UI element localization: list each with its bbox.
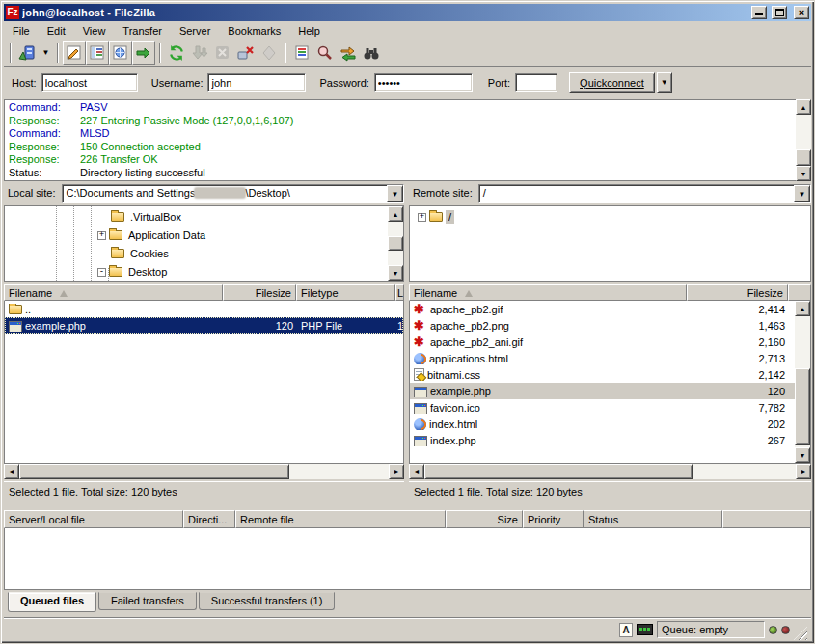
data-type-indicator-icon: A	[619, 623, 633, 637]
scroll-thumb[interactable]	[796, 149, 811, 166]
toggle-transfer-queue-button[interactable]	[132, 41, 155, 65]
queue-tabs: Queued files Failed transfers Successful…	[4, 592, 811, 614]
tree-expander-icon[interactable]: +	[418, 213, 426, 222]
menu-view[interactable]: View	[74, 23, 115, 39]
scroll-thumb[interactable]	[19, 464, 289, 479]
window-title: john@localhost - FileZilla	[22, 7, 748, 18]
scroll-up-button[interactable]: ▲	[388, 206, 403, 222]
column-header-last-modified[interactable]: L	[395, 284, 404, 301]
quickconnect-dropdown-button[interactable]: ▼	[657, 72, 672, 93]
magnifier-icon	[316, 44, 334, 62]
menu-transfer[interactable]: Transfer	[114, 23, 171, 39]
remote-list-hscrollbar[interactable]: ◄ ►	[409, 464, 811, 479]
tree-expander-icon[interactable]: +	[97, 231, 106, 240]
tab-successful-transfers[interactable]: Successful transfers (1)	[199, 592, 336, 610]
scroll-right-button[interactable]: ►	[389, 464, 404, 479]
resize-grip[interactable]	[794, 627, 807, 640]
tab-queued-files[interactable]: Queued files	[8, 592, 96, 612]
local-tree-scrollbar[interactable]: ▲ ▼	[388, 206, 403, 281]
remote-selection-status: Selected 1 file. Total size: 120 bytes	[409, 481, 811, 502]
column-header-direction[interactable]: Directi...	[183, 510, 235, 528]
close-button[interactable]: ×	[794, 6, 809, 19]
tree-item-root[interactable]: + /	[418, 208, 454, 226]
scroll-up-button[interactable]: ▲	[796, 99, 811, 115]
file-row[interactable]: index.php 267	[410, 432, 810, 448]
scroll-right-button[interactable]: ►	[796, 464, 811, 479]
file-row[interactable]: apache_pb2.png 1,463	[410, 317, 810, 334]
tree-item-virtualbox[interactable]: .VirtualBox	[97, 208, 184, 226]
tree-item-cookies[interactable]: Cookies	[97, 245, 172, 262]
file-row-parent[interactable]: ..	[5, 301, 403, 317]
directory-listing-filter-button[interactable]	[290, 41, 313, 65]
column-header-filename[interactable]: Filename	[4, 284, 223, 301]
scroll-down-button[interactable]: ▼	[796, 166, 811, 181]
remote-site-dropdown-button[interactable]: ▼	[794, 185, 810, 202]
toggle-remote-tree-button[interactable]	[109, 41, 132, 65]
find-files-button[interactable]	[360, 41, 383, 65]
toggle-local-tree-button[interactable]	[86, 41, 109, 65]
tree-item-application-data[interactable]: + Application Data	[97, 227, 208, 244]
menu-file[interactable]: File	[4, 23, 39, 39]
file-row[interactable]: apache_pb2_ani.gif 2,160	[410, 334, 810, 350]
password-input[interactable]	[374, 73, 473, 92]
file-row[interactable]: applications.html 2,713	[410, 350, 810, 366]
ico-file-icon	[414, 403, 427, 414]
file-row-example-php[interactable]: example.php 120 PHP File 1	[5, 317, 403, 334]
remote-path: /	[478, 184, 811, 203]
local-list-hscrollbar[interactable]: ◄ ►	[4, 464, 404, 479]
scroll-left-button[interactable]: ◄	[409, 464, 424, 479]
scroll-down-button[interactable]: ▼	[795, 447, 810, 463]
refresh-button[interactable]	[165, 41, 188, 65]
menu-edit[interactable]: Edit	[39, 23, 74, 39]
port-input[interactable]	[515, 73, 557, 92]
remote-list-scrollbar[interactable]: ▲ ▼	[795, 301, 810, 463]
compare-directories-button[interactable]	[313, 41, 337, 65]
process-queue-button[interactable]	[188, 41, 211, 65]
minimize-button[interactable]	[751, 6, 767, 19]
maximize-button[interactable]	[772, 6, 787, 19]
menu-server[interactable]: Server	[171, 23, 219, 39]
synchronized-browsing-button[interactable]	[337, 41, 360, 65]
column-header-filesize[interactable]: Filesize	[687, 284, 788, 301]
column-header-filename[interactable]: Filename	[409, 284, 687, 301]
file-row[interactable]: favicon.ico 7,782	[410, 399, 810, 416]
column-header-server-local-file[interactable]: Server/Local file	[4, 510, 183, 528]
column-header-size[interactable]: Size	[446, 510, 523, 528]
cancel-operation-button[interactable]	[211, 41, 234, 65]
menu-bookmarks[interactable]: Bookmarks	[219, 23, 289, 39]
scroll-down-button[interactable]: ▼	[388, 265, 403, 281]
scroll-thumb[interactable]	[424, 464, 693, 479]
tree-expander-icon[interactable]: -	[97, 268, 106, 277]
file-row[interactable]: bitnami.css 2,142	[410, 366, 810, 383]
username-input[interactable]	[207, 73, 306, 92]
column-header-filesize[interactable]: Filesize	[223, 284, 296, 301]
column-header-filetype[interactable]: Filetype	[296, 284, 395, 301]
scroll-up-button[interactable]: ▲	[795, 301, 810, 316]
scroll-thumb[interactable]	[388, 236, 403, 251]
quickconnect-button[interactable]: Quickconnect	[569, 72, 655, 93]
local-site-dropdown-button[interactable]: ▼	[387, 185, 403, 202]
file-row[interactable]: apache_pb2.gif 2,414	[410, 301, 810, 317]
disconnect-button[interactable]	[234, 41, 258, 65]
menu-help[interactable]: Help	[289, 23, 329, 39]
tab-failed-transfers[interactable]: Failed transfers	[98, 592, 197, 610]
reconnect-button[interactable]	[258, 41, 281, 65]
scroll-left-button[interactable]: ◄	[4, 464, 19, 479]
column-header-remote-file[interactable]: Remote file	[235, 510, 446, 528]
disconnect-icon	[237, 44, 255, 62]
file-row-selected[interactable]: example.php 120	[410, 383, 810, 399]
site-manager-dropdown-button[interactable]: ▼	[39, 41, 53, 65]
toggle-message-log-button[interactable]	[63, 41, 86, 65]
site-manager-button[interactable]	[15, 41, 39, 65]
column-header-priority[interactable]: Priority	[523, 510, 584, 528]
quickconnect-bar: Host: Username: Password: Port: Quickcon…	[4, 66, 811, 98]
host-input[interactable]	[41, 73, 138, 92]
column-header-status[interactable]: Status	[584, 510, 722, 528]
file-row[interactable]: index.html 202	[410, 416, 810, 432]
local-site-combo[interactable]: C:\Documents and Settings\Desktop\ ▼	[62, 184, 404, 203]
log-line: Response:226 Transfer OK	[9, 153, 796, 167]
log-scrollbar[interactable]: ▲ ▼	[796, 99, 811, 181]
scroll-thumb[interactable]	[795, 368, 810, 445]
tree-item-desktop[interactable]: - Desktop	[97, 263, 170, 281]
remote-site-combo[interactable]: / ▼	[478, 184, 811, 203]
